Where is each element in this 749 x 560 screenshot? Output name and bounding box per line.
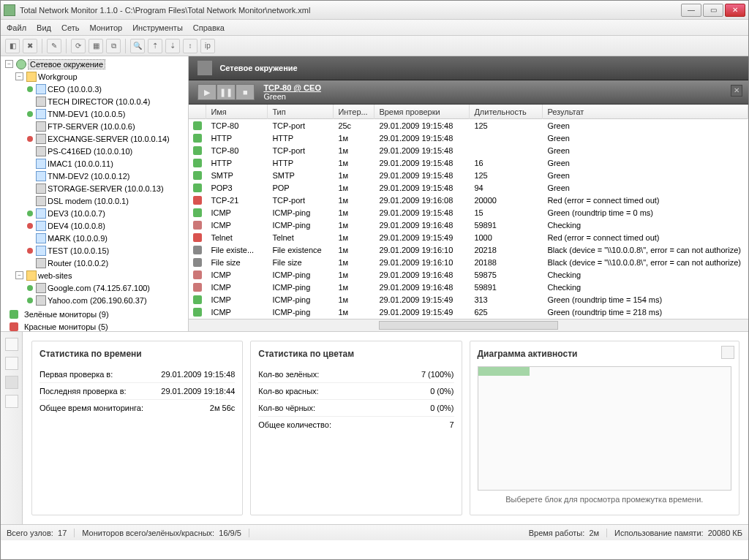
tree-item[interactable]: EXCHANGE-SERVER (10.0.0.14) [27, 132, 184, 145]
table-row[interactable]: SMTPSMTP1м29.01.2009 19:15:48125Green [189, 169, 748, 181]
table-row[interactable]: POP3POP1м29.01.2009 19:15:4894Green [189, 181, 748, 194]
table-row[interactable]: TCP-80TCP-port25с29.01.2009 19:15:48125G… [189, 119, 748, 132]
tree-item[interactable]: Router (10.0.0.2) [27, 257, 184, 269]
table-row[interactable]: TelnetTelnet1м29.01.2009 19:15:491000Red… [189, 231, 748, 243]
tab-stats-icon[interactable] [5, 376, 18, 389]
table-row[interactable]: TCP-21TCP-port1м29.01.2009 19:16:0820000… [189, 194, 748, 206]
subheader-close-icon[interactable]: ✕ [731, 85, 742, 97]
table-row[interactable]: HTTPHTTP1м29.01.2009 19:15:48Green [189, 132, 748, 144]
table-row[interactable]: File existe...File existence1м29.01.2009… [189, 243, 748, 256]
horizontal-scrollbar[interactable] [189, 319, 748, 331]
col-checktime[interactable]: Время проверки [374, 105, 470, 119]
tree-root[interactable]: − Сетевое окружение [5, 58, 184, 70]
menu-file[interactable]: Файл [7, 23, 26, 32]
tab-gear-icon[interactable] [5, 395, 18, 408]
table-row[interactable]: HTTPHTTP1м29.01.2009 19:15:4816Green [189, 156, 748, 169]
tree-item[interactable]: TNM-DEV1 (10.0.0.5) [27, 107, 184, 120]
tb-host-icon[interactable]: ⧉ [106, 39, 121, 53]
minimize-button[interactable]: — [681, 4, 701, 17]
tree-item[interactable]: Yahoo.com (206.190.60.37) [27, 294, 184, 306]
tb-collapse-icon[interactable]: ⇡ [148, 39, 162, 53]
tb-byip-icon[interactable]: ip [200, 39, 215, 53]
col-name[interactable]: Имя [206, 105, 268, 119]
maximize-button[interactable]: ▭ [703, 4, 723, 17]
tb-refresh-icon[interactable]: ⟳ [71, 39, 86, 53]
cell-type: ICMP-ping [268, 295, 334, 304]
row-status-icon [193, 183, 202, 192]
menu-help[interactable]: Справка [193, 23, 225, 32]
tree-item[interactable]: TEST (10.0.0.15) [27, 244, 184, 257]
expand-icon[interactable]: − [15, 271, 23, 279]
tree-item[interactable]: DSL modem (10.0.0.1) [27, 194, 184, 207]
status-bullet [27, 86, 33, 92]
cell-type: TCP-port [268, 121, 334, 130]
pin-icon[interactable] [721, 346, 734, 359]
color-stats-title: Статистика по цветам [258, 349, 453, 359]
tree-item[interactable]: Google.com (74.125.67.100) [27, 281, 184, 294]
cell-time: 29.01.2009 19:15:48 [374, 121, 470, 130]
tree-item[interactable]: IMAC1 (10.0.0.11) [27, 157, 184, 170]
expand-icon[interactable]: − [5, 60, 13, 68]
menu-tools[interactable]: Инструменты [132, 23, 183, 32]
table-row[interactable]: ICMPICMP-ping1м29.01.2009 19:16:4859875C… [189, 268, 748, 281]
col-interval[interactable]: Интер... [334, 105, 374, 119]
tb-sort-icon[interactable]: ↕ [183, 39, 197, 53]
cell-duration: 125 [470, 171, 543, 180]
col-result[interactable]: Результат [543, 105, 748, 119]
monitor-icon [36, 246, 46, 256]
table-row[interactable]: ICMPICMP-ping1м29.01.2009 19:15:4815Gree… [189, 206, 748, 219]
menu-view[interactable]: Вид [37, 23, 51, 32]
play-button[interactable]: ▶ [197, 84, 217, 100]
tree-item[interactable]: MARK (10.0.0.9) [27, 232, 184, 244]
tree-item[interactable]: DEV3 (10.0.0.7) [27, 207, 184, 219]
table-row[interactable]: ICMPICMP-ping1м29.01.2009 19:15:49625Gre… [189, 306, 748, 318]
menu-monitor[interactable]: Монитор [89, 23, 122, 32]
table-row[interactable]: TCP-80TCP-port1м29.01.2009 19:15:48Green [189, 144, 748, 156]
tree-item-label: Google.com (74.125.67.100) [48, 284, 150, 292]
tb-group-icon[interactable]: ▦ [89, 39, 103, 53]
table-row[interactable]: ICMPICMP-ping1м29.01.2009 19:16:4859891C… [189, 219, 748, 231]
tree-item[interactable]: DEV4 (10.0.0.8) [27, 219, 184, 232]
table-row[interactable]: ICMPICMP-ping1м29.01.2009 19:15:49313Gre… [189, 293, 748, 306]
tree-item[interactable]: PS-C416ED (10.0.0.10) [27, 145, 184, 157]
tree-item[interactable]: TECH DIRECTOR (10.0.0.4) [27, 95, 184, 107]
tree-item[interactable]: CEO (10.0.0.3) [27, 83, 184, 95]
cell-duration: 20218 [470, 246, 543, 254]
total-count-label: Общее количество: [258, 420, 331, 429]
table-row[interactable]: ICMPICMP-ping1м29.01.2009 19:16:4859891C… [189, 281, 748, 293]
col-type[interactable]: Тип [268, 105, 334, 119]
tab-list-icon[interactable] [5, 357, 18, 370]
tb-scan-icon[interactable]: ✎ [47, 39, 61, 53]
col-duration[interactable]: Длительность п... [470, 105, 543, 119]
tree-group-label: Workgroup [38, 72, 78, 81]
pause-button[interactable]: ❚❚ [217, 84, 236, 100]
close-button[interactable]: ✕ [725, 4, 745, 17]
tree-item[interactable]: TNM-DEV2 (10.0.0.12) [27, 170, 184, 182]
tree-group[interactable]: − web-sites [5, 269, 184, 281]
tb-search-icon[interactable]: 🔍 [130, 39, 145, 53]
cell-type: HTTP [268, 134, 334, 143]
menu-network[interactable]: Сеть [61, 23, 79, 32]
server-icon [36, 295, 46, 306]
tree-group-label: web-sites [38, 271, 72, 280]
tree-item[interactable]: FTP-SERVER (10.0.0.6) [27, 120, 184, 132]
monitor-link[interactable]: TCP-80 @ CEO [263, 83, 321, 92]
cell-type: ICMP-ping [268, 283, 334, 292]
table-row[interactable]: File sizeFile size1м29.01.2009 19:16:102… [189, 256, 748, 268]
tb-expand-icon[interactable]: ⇣ [165, 39, 180, 53]
tb-delete-icon[interactable]: ✖ [23, 39, 37, 53]
activity-diagram[interactable] [478, 366, 731, 491]
tree-item[interactable]: STORAGE-SERVER (10.0.0.13) [27, 182, 184, 194]
monitor-icon [36, 109, 46, 119]
tree-summary-item[interactable]: Красные мониторы (5) [5, 320, 184, 331]
tree-item-label: DEV3 (10.0.0.7) [48, 209, 105, 218]
tree-pane[interactable]: − Сетевое окружение − Workgroup CEO (10.… [1, 56, 189, 331]
tree-summary-item[interactable]: Зелёные мониторы (9) [5, 308, 184, 320]
col-status[interactable] [189, 105, 206, 119]
expand-icon[interactable]: − [15, 72, 23, 80]
stop-button[interactable]: ■ [236, 84, 255, 100]
tab-eye-icon[interactable] [5, 338, 18, 351]
tb-new-icon[interactable]: ◧ [5, 39, 20, 53]
tree-group[interactable]: − Workgroup [5, 70, 184, 83]
black-count-value: 0 (0%) [430, 404, 453, 412]
